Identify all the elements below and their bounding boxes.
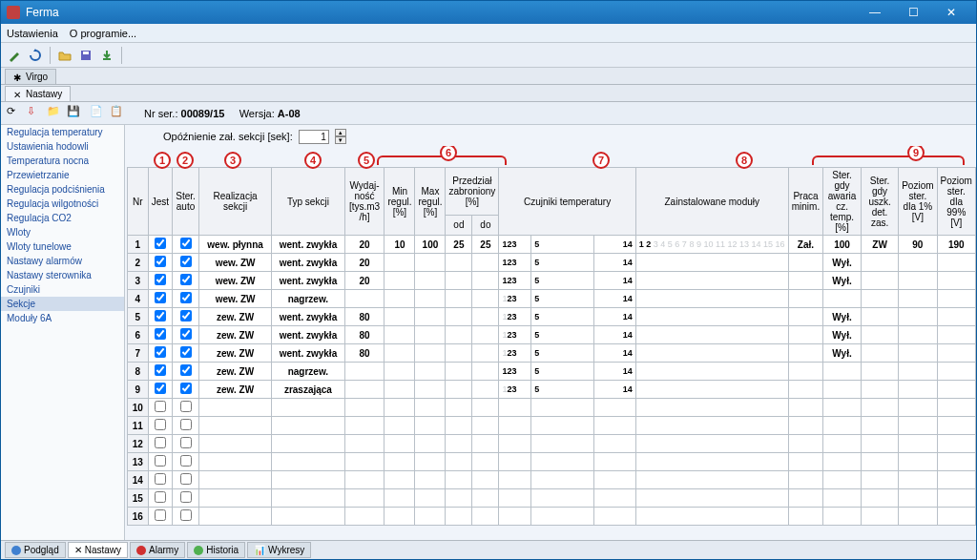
tab-nastawy[interactable]: ✕ Nastawy [5,86,71,101]
sidebar-item-5[interactable]: Regulacja wilgotności [1,197,124,211]
auto-checkbox[interactable] [180,310,192,321]
auto-checkbox[interactable] [180,256,192,267]
jest-checkbox[interactable] [155,401,166,412]
tab-virgo[interactable]: ✱ Virgo [5,69,56,84]
toolbar-edit-icon[interactable] [5,46,24,65]
sub-refresh-icon[interactable]: ⟳ [7,105,24,122]
maximize-button[interactable]: ☐ [894,3,932,22]
chart-icon: 📊 [254,545,265,555]
sidebar-item-3[interactable]: Przewietrzanie [1,168,124,182]
table-row: 5zew. ZWwent. zwykła80123514Wył. [128,308,976,326]
sidebar-item-0[interactable]: Regulacja temperatury [1,125,124,139]
jest-checkbox[interactable] [155,383,166,394]
jest-checkbox[interactable] [155,274,166,285]
col-nr: Nr [128,168,149,236]
table-row: 9zew. ZWzraszająca123514 [128,381,976,399]
table-row: 10 [128,399,976,417]
auto-checkbox[interactable] [180,274,192,285]
wrench-icon: ✕ [74,545,82,555]
minimize-button[interactable]: — [856,3,894,22]
auto-checkbox[interactable] [180,509,192,521]
auto-checkbox[interactable] [180,419,192,430]
btab-podglad[interactable]: Podgląd [5,542,66,558]
menubar: Ustawienia O programie... [1,24,976,43]
table-row: 1wew. płynnawent. zwykła2010100252512351… [128,236,976,254]
jest-checkbox[interactable] [155,509,166,521]
sidebar-item-6[interactable]: Regulacja CO2 [1,211,124,225]
sidebar-item-8[interactable]: Wloty tunelowe [1,239,124,254]
sub-open-icon[interactable]: 📁 [47,105,64,122]
col-min: Min regul. [%] [385,168,415,236]
titlebar: Ferma — ☐ ✕ [1,1,976,24]
auto-checkbox[interactable] [180,473,192,485]
toolbar-download-icon[interactable] [97,46,116,65]
callout-6: 6 [440,146,457,161]
sidebar-item-1[interactable]: Ustawienia hodowli [1,139,124,154]
col-wydaj: Wydaj- ność [tys.m3 /h] [344,168,385,236]
table-row: 4wew. ZWnagrzew.123514 [128,290,976,308]
col-do: do [472,215,499,235]
toolbar-refresh-icon[interactable] [26,46,45,65]
jest-checkbox[interactable] [155,256,166,267]
sidebar-item-7[interactable]: Wloty [1,225,124,239]
btab-alarmy[interactable]: Alarmy [130,542,185,558]
main-toolbar [1,43,976,68]
jest-checkbox[interactable] [155,364,166,376]
delay-down[interactable]: ▼ [335,136,346,144]
auto-checkbox[interactable] [180,383,192,394]
jest-checkbox[interactable] [155,346,166,358]
jest-checkbox[interactable] [155,437,166,448]
menu-about[interactable]: O programie... [70,28,136,39]
sidebar-item-9[interactable]: Nastawy alarmów [1,254,124,268]
table-row: 12 [128,435,976,453]
jest-checkbox[interactable] [155,455,166,467]
jest-checkbox[interactable] [155,328,166,340]
jest-checkbox[interactable] [155,419,166,430]
toolbar-open-icon[interactable] [55,46,74,65]
jest-checkbox[interactable] [155,238,166,249]
sidebar-item-4[interactable]: Regulacja podciśnienia [1,182,124,197]
auto-checkbox[interactable] [180,292,192,303]
sidebar-item-2[interactable]: Temperatura nocna [1,154,124,168]
table-row: 8zew. ZWnagrzew.123514 [128,363,976,381]
settings-icon: ✕ [13,90,23,99]
menu-settings[interactable]: Ustawienia [7,28,58,39]
sub-tabbar: ✕ Nastawy [1,85,976,102]
jest-checkbox[interactable] [155,491,166,503]
sidebar-item-11[interactable]: Czujniki [1,282,124,297]
toolbar-save-icon[interactable] [76,46,95,65]
auto-checkbox[interactable] [180,364,192,376]
delay-up[interactable]: ▲ [335,129,346,136]
sub-save-icon[interactable]: 💾 [67,105,84,122]
close-button[interactable]: ✕ [932,3,970,22]
btab-nastawy[interactable]: ✕Nastawy [68,542,128,558]
auto-checkbox[interactable] [180,491,192,503]
jest-checkbox[interactable] [155,292,166,303]
auto-checkbox[interactable] [180,401,192,412]
auto-checkbox[interactable] [180,346,192,358]
auto-checkbox[interactable] [180,455,192,467]
col-jest: Jest [148,168,172,236]
col-poziom1: Poziom ster. dla 1% [V] [899,168,937,236]
col-poziom99: Poziom ster. dla 99% [V] [937,168,975,236]
jest-checkbox[interactable] [155,310,166,321]
auto-checkbox[interactable] [180,437,192,448]
col-realizacja: Realizacja sekcji [199,168,272,236]
window-title: Ferma [26,6,856,19]
auto-checkbox[interactable] [180,328,192,340]
top-tabbar: ✱ Virgo [1,68,976,85]
sidebar-item-12[interactable]: Sekcje [1,297,124,311]
col-przedzial: Przedział zabroniony [%] [446,168,499,216]
delay-input[interactable] [299,130,329,144]
btab-wykresy[interactable]: 📊Wykresy [247,542,311,558]
auto-checkbox[interactable] [180,238,192,249]
sidebar-item-13[interactable]: Moduły 6A [1,311,124,325]
sub-copy-icon[interactable]: 📄 [90,105,107,122]
col-ster-auto: Ster. auto [173,168,199,236]
sidebar-item-10[interactable]: Nastawy sterownika [1,268,124,282]
sub-paste-icon[interactable]: 📋 [110,105,127,122]
jest-checkbox[interactable] [155,473,166,485]
table-row: 6zew. ZWwent. zwykła80123514Wył. [128,326,976,344]
btab-historia[interactable]: Historia [187,542,245,558]
sub-send-icon[interactable]: ⇩ [27,105,44,122]
